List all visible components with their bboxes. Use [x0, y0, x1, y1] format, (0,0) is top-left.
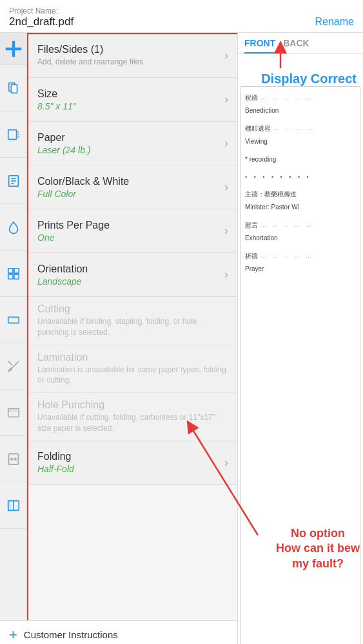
preview-minister-en: Minister: Pastor Wi	[245, 202, 356, 213]
spacer-2	[245, 149, 356, 154]
preview-exhort-dots: … … … … …	[260, 220, 313, 231]
preview-line-1: 祝禱 … … … … …	[245, 92, 356, 104]
header-row: 2nd_draft.pdf Rename	[9, 15, 354, 28]
option-prints[interactable]: Prints Per Page One ›	[28, 209, 237, 253]
sidebar-folding-icon[interactable]	[0, 482, 27, 529]
header: Project Name: 2nd_draft.pdf Rename	[0, 0, 363, 33]
option-cutting: Cutting Unavailable if binding, stapling…	[28, 297, 237, 345]
cutting-sidebar-icon	[6, 359, 21, 374]
svg-rect-4	[8, 129, 16, 139]
preview-dots-line: • • • • • • • •	[245, 172, 356, 182]
chevron-orientation: ›	[224, 268, 228, 281]
left-panel: Files/Sides (1) Add, delete and rearrang…	[0, 33, 239, 644]
color-sidebar-icon	[6, 220, 21, 234]
option-cutting-note: Unavailable if binding, stapling, foldin…	[37, 316, 228, 338]
preview-line-5: 慰言 … … … … …	[245, 220, 356, 231]
paper-sidebar-icon	[6, 174, 21, 188]
spacer-5	[245, 214, 356, 220]
tab-front[interactable]: FRONT	[244, 38, 275, 53]
spacer-1	[245, 118, 356, 123]
option-size[interactable]: Size 8.5" x 11" ›	[28, 78, 237, 122]
preview-dots-1: … … … … …	[260, 92, 313, 104]
option-folding-content: Folding Half-Fold	[37, 451, 219, 474]
svg-rect-14	[8, 274, 12, 278]
size-sidebar-icon	[6, 128, 21, 142]
option-cutting-title: Cutting	[37, 303, 228, 315]
preview-bullets: • • • • • • • •	[245, 172, 311, 182]
sidebar-size-icon[interactable]	[0, 111, 27, 158]
option-prints-value: One	[37, 232, 219, 243]
preview-line-2: 機叩遺容 … … … …	[245, 123, 356, 135]
option-paper-title: Paper	[37, 132, 219, 144]
sidebar-orientation-icon[interactable]	[0, 297, 27, 343]
display-correct-annotation: Display Correct	[261, 71, 357, 86]
preview-line-3: * recording	[245, 154, 356, 166]
files-sidebar-icon	[6, 81, 21, 95]
orientation-sidebar-icon	[6, 313, 21, 327]
option-lamination-content: Lamination Lamination is unavailable for…	[37, 352, 228, 386]
main-container: Files/Sides (1) Add, delete and rearrang…	[0, 33, 363, 644]
plus-icon	[0, 35, 27, 62]
option-lamination-note: Lamination is unavailable for some paper…	[37, 365, 228, 386]
svg-rect-3	[11, 84, 17, 93]
sidebar	[0, 33, 27, 644]
preview-english-2: Viewing	[245, 136, 356, 147]
svg-rect-21	[8, 453, 18, 464]
option-files[interactable]: Files/Sides (1) Add, delete and rearrang…	[28, 34, 237, 78]
option-hole: Hole Punching Unavailable if cutting, fo…	[28, 393, 237, 441]
rename-button[interactable]: Rename	[315, 16, 354, 28]
svg-rect-12	[8, 268, 12, 272]
chevron-color: ›	[224, 180, 228, 194]
add-instruction-icon[interactable]: +	[9, 627, 17, 643]
project-name-label: Project Name:	[9, 6, 354, 15]
sidebar-cutting-icon[interactable]	[0, 343, 27, 390]
option-paper-value: Laser (24 lb.)	[37, 145, 219, 155]
option-orientation-content: Orientation Landscape	[37, 263, 219, 287]
svg-rect-15	[14, 274, 18, 278]
preview-exhort-en: Exhortation	[245, 232, 356, 244]
option-orientation[interactable]: Orientation Landscape ›	[28, 253, 237, 297]
preview-minister-cn: 主禱：蔡榮棍傳道	[245, 189, 297, 200]
sidebar-paper-icon[interactable]	[0, 158, 27, 204]
chevron-files: ›	[224, 49, 228, 62]
option-color-value: Full Color	[37, 189, 219, 199]
options-list: Files/Sides (1) Add, delete and rearrang…	[27, 33, 239, 644]
option-size-title: Size	[37, 88, 219, 100]
svg-point-23	[14, 458, 16, 460]
option-files-content: Files/Sides (1) Add, delete and rearrang…	[37, 44, 219, 68]
svg-rect-20	[8, 408, 19, 417]
folding-sidebar-icon	[6, 498, 21, 513]
preview-tabs: FRONT BACK	[238, 33, 363, 54]
option-lamination-title: Lamination	[37, 352, 228, 363]
option-folding-title: Folding	[37, 451, 219, 462]
option-folding-value: Half-Fold	[37, 464, 219, 474]
option-files-note: Add, delete and rearrange files	[37, 57, 219, 68]
project-name-value: 2nd_draft.pdf	[9, 15, 74, 28]
tab-back[interactable]: BACK	[283, 38, 309, 53]
preview-chinese-2: 機叩遺容	[245, 123, 271, 135]
svg-point-22	[10, 458, 12, 460]
option-paper[interactable]: Paper Laser (24 lb.) ›	[28, 122, 237, 166]
option-hole-content: Hole Punching Unavailable if cutting, fo…	[37, 399, 228, 434]
option-lamination: Lamination Lamination is unavailable for…	[28, 345, 237, 393]
option-prints-content: Prints Per Page One	[37, 220, 219, 243]
prints-sidebar-icon	[6, 267, 21, 281]
option-hole-note: Unavailable if cutting, folding, carbonl…	[37, 412, 228, 434]
sidebar-add-button[interactable]	[0, 33, 27, 65]
preview-chinese-1: 祝禱	[245, 92, 258, 104]
option-size-content: Size 8.5" x 11"	[37, 88, 219, 111]
preview-exhort-cn: 慰言	[245, 220, 258, 231]
sidebar-prints-icon[interactable]	[0, 251, 27, 297]
option-files-title: Files/Sides (1)	[37, 44, 219, 55]
option-color[interactable]: Color/Black & White Full Color ›	[28, 166, 237, 209]
preview-line-4: 主禱：蔡榮棍傳道	[245, 189, 356, 200]
chevron-paper: ›	[224, 137, 228, 150]
sidebar-lamination-icon[interactable]	[0, 390, 27, 436]
option-hole-title: Hole Punching	[37, 399, 228, 411]
svg-marker-19	[8, 368, 12, 372]
option-folding[interactable]: Folding Half-Fold ›	[28, 441, 237, 485]
sidebar-color-icon[interactable]	[0, 204, 27, 251]
sidebar-hole-icon[interactable]	[0, 436, 27, 482]
sidebar-files-icon[interactable]	[0, 65, 27, 111]
preview-recording: * recording	[245, 154, 276, 166]
